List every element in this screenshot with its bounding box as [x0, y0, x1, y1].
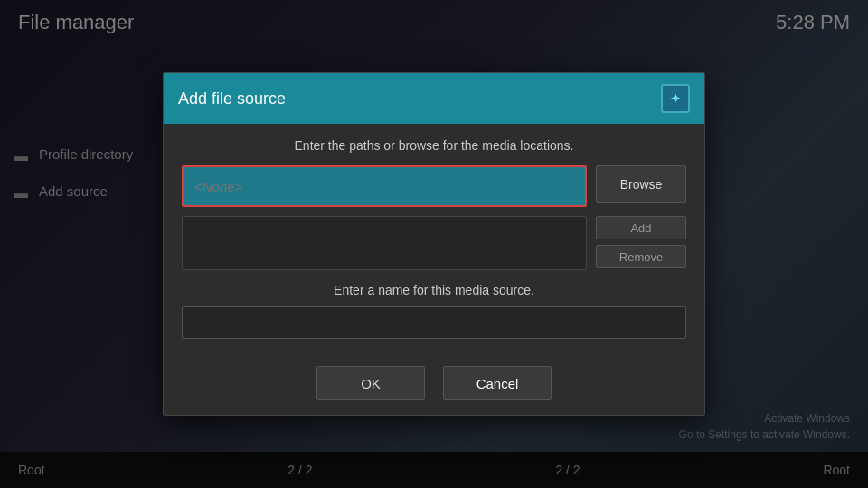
- kodi-logo-icon: ✦: [661, 84, 690, 113]
- dialog-body: Enter the paths or browse for the media …: [164, 124, 704, 366]
- path-input-row: Browse: [182, 165, 686, 207]
- add-file-source-dialog: Add file source ✦ Enter the paths or bro…: [163, 72, 705, 416]
- paths-hint: Enter the paths or browse for the media …: [182, 138, 686, 153]
- paths-area: Add Remove: [182, 216, 686, 270]
- name-hint: Enter a name for this media source.: [182, 283, 686, 297]
- remove-button[interactable]: Remove: [596, 245, 686, 268]
- dialog-overlay: Add file source ✦ Enter the paths or bro…: [0, 0, 868, 488]
- paths-list: [182, 216, 587, 270]
- browse-button[interactable]: Browse: [596, 165, 686, 203]
- dialog-header: Add file source ✦: [164, 73, 704, 124]
- path-input[interactable]: [184, 167, 585, 205]
- dialog-title: Add file source: [178, 89, 286, 108]
- add-button[interactable]: Add: [596, 216, 686, 239]
- paths-actions: Add Remove: [596, 216, 686, 270]
- ok-button[interactable]: OK: [316, 366, 425, 400]
- dialog-footer: OK Cancel: [164, 366, 704, 415]
- path-input-wrapper: [182, 165, 587, 207]
- media-source-name-input[interactable]: [182, 306, 686, 339]
- cancel-button[interactable]: Cancel: [443, 366, 552, 400]
